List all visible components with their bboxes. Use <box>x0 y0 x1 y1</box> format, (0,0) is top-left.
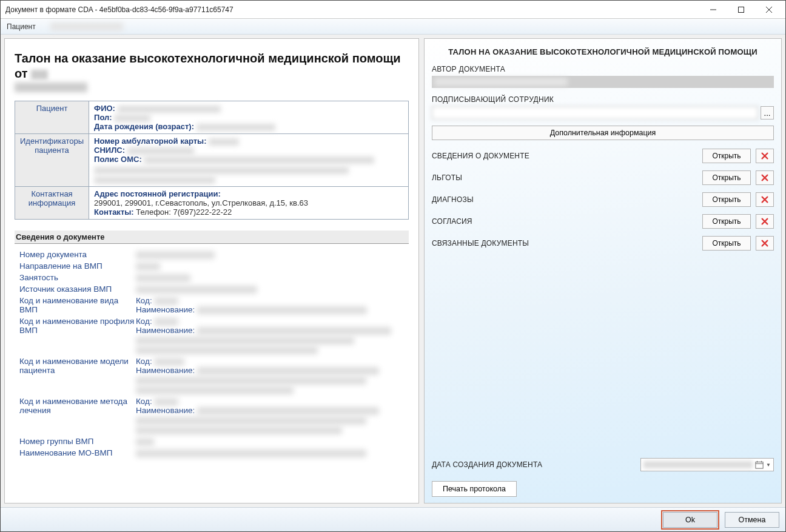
dialog-footer: Ok Отмена <box>1 507 785 531</box>
section-row-benefits: ЛЬГОТЫ Открыть <box>432 170 774 185</box>
patient-label: Пациент <box>7 22 36 31</box>
contacts-label: Контакты: <box>94 207 134 217</box>
signer-picker-button[interactable]: ... <box>761 106 774 120</box>
author-label: АВТОР ДОКУМЕНТА <box>432 65 774 73</box>
contacts-value: Телефон: 7(697)222-22-22 <box>136 207 232 217</box>
section-row-linked-docs: СВЯЗАННЫЕ ДОКУМЕНТЫ Открыть <box>432 236 774 251</box>
row-profile: Код и наименование профиля ВМП <box>15 317 136 354</box>
contact-cell-label: Контактная информация <box>15 187 89 220</box>
row-kind: Код и наименование вида ВМП <box>15 296 136 314</box>
minimize-button[interactable] <box>699 1 727 18</box>
open-button[interactable]: Открыть <box>702 170 751 185</box>
section-row-doc-info: СВЕДЕНИЯ О ДОКУМЕНТЕ Открыть <box>432 149 774 163</box>
patient-name-redacted <box>50 22 123 31</box>
signer-label: ПОДПИСЫВАЮЩИЙ СОТРУДНИК <box>432 95 774 104</box>
delete-button[interactable] <box>756 192 774 207</box>
svg-rect-4 <box>756 462 763 469</box>
doc-fields: Номер документа Направление на ВМП Занят… <box>15 250 409 457</box>
cancel-button[interactable]: Отмена <box>725 512 779 528</box>
sex-redacted <box>114 115 150 122</box>
section-label: СВЯЗАННЫЕ ДОКУМЕНТЫ <box>432 239 697 247</box>
form-title: ТАЛОН НА ОКАЗАНИЕ ВЫСОКОТЕХНОЛОГИЧНОЙ МЕ… <box>432 47 774 56</box>
section-row-consents: СОГЛАСИЯ Открыть <box>432 214 774 229</box>
title-date-redacted <box>31 70 48 79</box>
date-value-redacted <box>643 461 753 468</box>
creation-date-label: ДАТА СОЗДАНИЯ ДОКУМЕНТА <box>432 460 636 469</box>
ids-cell-label: Идентификаторы пациента <box>15 134 89 187</box>
document-preview-pane: Талон на оказание высокотехнологичной ме… <box>4 38 419 503</box>
window-title: Документ в формате CDA - 4e5bf0ba-dc83-4… <box>5 5 699 14</box>
card-redacted <box>209 138 239 146</box>
fio-label: ФИО: <box>94 104 115 113</box>
calendar-icon <box>755 460 764 469</box>
row-group: Номер группы ВМП <box>15 437 136 446</box>
form-pane: ТАЛОН НА ОКАЗАНИЕ ВЫСОКОТЕХНОЛОГИЧНОЙ МЕ… <box>424 38 782 503</box>
document-title: Талон на оказание высокотехнологичной ме… <box>15 51 409 81</box>
delete-button[interactable] <box>756 149 774 163</box>
section-label: ЛЬГОТЫ <box>432 173 697 182</box>
dob-label: Дата рождения (возраст): <box>94 122 194 131</box>
patient-info-table: Пациент ФИО: Пол: Дата рождения (возраст… <box>15 101 409 220</box>
snils-redacted <box>127 147 194 155</box>
delete-button[interactable] <box>756 170 774 185</box>
row-employment: Занятость <box>15 273 136 282</box>
open-button[interactable]: Открыть <box>702 192 751 207</box>
document-scroll[interactable]: Талон на оказание высокотехнологичной ме… <box>5 39 418 503</box>
row-referral: Направление на ВМП <box>15 261 136 271</box>
card-label: Номер амбулаторной карты: <box>94 136 206 146</box>
row-doc-number: Номер документа <box>15 250 136 259</box>
delete-button[interactable] <box>756 236 774 251</box>
snils-label: СНИЛС: <box>94 146 125 155</box>
subtitle-redacted <box>15 82 87 92</box>
dob-redacted <box>196 124 275 131</box>
section-label: ДИАГНОЗЫ <box>432 195 697 204</box>
svg-rect-1 <box>739 7 744 12</box>
section-label: СОГЛАСИЯ <box>432 217 697 226</box>
open-button[interactable]: Открыть <box>702 149 751 163</box>
addr-value: 299001, 299001, г.Севастополь, ул.Стрелк… <box>94 198 308 207</box>
open-button[interactable]: Открыть <box>702 236 751 251</box>
row-mo: Наименование МО-ВМП <box>15 448 136 457</box>
section-label: СВЕДЕНИЯ О ДОКУМЕНТЕ <box>432 152 697 160</box>
creation-date-input[interactable]: ▼ <box>640 458 774 471</box>
row-source: Источник оказания ВМП <box>15 285 136 294</box>
print-protocol-button[interactable]: Печать протокола <box>432 481 517 497</box>
addr-label: Адрес постоянной регистрации: <box>94 189 221 198</box>
sex-label: Пол: <box>94 113 112 122</box>
oms-redacted-3 <box>94 177 215 184</box>
oms-redacted <box>144 157 374 164</box>
oms-redacted-2 <box>94 167 349 174</box>
oms-label: Полис ОМС: <box>94 155 142 164</box>
row-model: Код и наименование модели пациента <box>15 357 136 394</box>
header-row: Пациент <box>1 19 785 35</box>
document-title-text: Талон на оказание высокотехнологичной ме… <box>15 52 401 80</box>
fio-redacted <box>118 106 221 113</box>
patient-cell-label: Пациент <box>15 101 89 134</box>
close-button[interactable] <box>755 1 783 18</box>
open-button[interactable]: Открыть <box>702 214 751 229</box>
maximize-button[interactable] <box>727 1 755 18</box>
author-field <box>432 76 774 88</box>
dropdown-icon: ▼ <box>766 462 771 468</box>
delete-button[interactable] <box>756 214 774 229</box>
signer-input[interactable] <box>432 106 758 120</box>
row-method: Код и наименование метода лечения <box>15 397 136 434</box>
doc-section-header: Сведения о документе <box>15 231 409 244</box>
section-row-diagnoses: ДИАГНОЗЫ Открыть <box>432 192 774 207</box>
ok-button[interactable]: Ok <box>663 512 717 528</box>
title-bar: Документ в формате CDA - 4e5bf0ba-dc83-4… <box>1 1 785 19</box>
additional-info-button[interactable]: Дополнительная информация <box>432 126 774 140</box>
